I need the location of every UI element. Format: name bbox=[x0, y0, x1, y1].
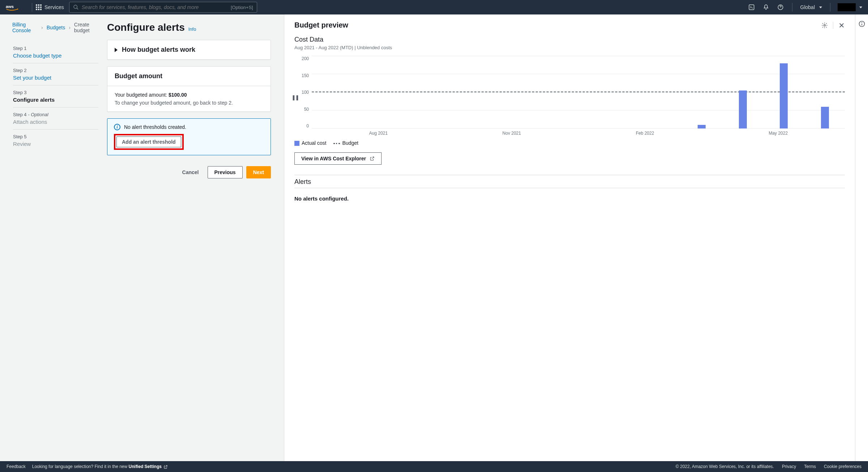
budget-preview-panel: Budget preview Cost Data Aug 2021 - Aug … bbox=[284, 14, 855, 461]
triangle-right-icon bbox=[115, 48, 118, 52]
no-thresholds-text: No alert thresholds created. bbox=[124, 124, 186, 130]
svg-point-5 bbox=[824, 24, 826, 26]
previous-button[interactable]: Previous bbox=[208, 166, 243, 178]
step-label: Step 3 bbox=[13, 90, 98, 95]
search-icon bbox=[73, 4, 79, 10]
topnav-right: Global bbox=[745, 1, 862, 14]
how-alerts-work-title: How budget alerts work bbox=[122, 46, 195, 54]
chart-collapse-icon[interactable]: ❚❚ bbox=[292, 94, 299, 100]
legend-budget-label: Budget bbox=[342, 140, 358, 146]
help-icon[interactable] bbox=[774, 1, 787, 14]
external-link-icon bbox=[370, 156, 375, 161]
breadcrumb-billing[interactable]: Billing Console bbox=[12, 22, 38, 33]
cost-data-title: Cost Data bbox=[294, 36, 845, 43]
no-thresholds-alert: i No alert thresholds created. Add an al… bbox=[107, 118, 271, 155]
budgeted-label: Your budgeted amount: bbox=[115, 92, 169, 98]
cancel-button[interactable]: Cancel bbox=[177, 167, 204, 178]
caret-down-icon bbox=[859, 7, 862, 8]
info-panel-toggle[interactable] bbox=[855, 14, 868, 461]
page-body: Billing Console › Budgets › Create budge… bbox=[0, 14, 868, 461]
account-menu[interactable] bbox=[838, 3, 856, 11]
red-highlight: Add an alert threshold bbox=[114, 134, 184, 150]
preview-title: Budget preview bbox=[294, 21, 348, 29]
add-alert-threshold-button[interactable]: Add an alert threshold bbox=[116, 136, 181, 147]
close-icon[interactable] bbox=[838, 22, 845, 29]
svg-point-10 bbox=[861, 22, 862, 23]
step-disabled-attach-actions: Attach actions bbox=[13, 119, 98, 125]
notifications-icon[interactable] bbox=[760, 1, 773, 14]
chart-legend: Actual cost Budget bbox=[294, 140, 845, 146]
caret-down-icon bbox=[819, 7, 822, 8]
view-cost-explorer-button[interactable]: View in AWS Cost Explorer bbox=[294, 152, 382, 165]
top-nav: aws Services [Option+S] Global bbox=[0, 0, 868, 14]
page-title: Configure alerts Info bbox=[107, 22, 271, 33]
svg-text:aws: aws bbox=[6, 4, 14, 9]
legend-actual-label: Actual cost bbox=[302, 140, 326, 146]
services-label: Services bbox=[44, 4, 64, 10]
main-content: Configure alerts Info How budget alerts … bbox=[107, 22, 271, 454]
nav-divider bbox=[792, 3, 792, 12]
cost-data-meta: Aug 2021 - Aug 2022 (MTD) | Unblended co… bbox=[294, 45, 845, 50]
budgeted-value: $100.00 bbox=[169, 92, 187, 98]
step-label: Step 4 - Optional bbox=[13, 112, 98, 117]
divider bbox=[833, 22, 833, 29]
region-label: Global bbox=[800, 4, 815, 10]
breadcrumb-current: Create budget bbox=[74, 22, 98, 33]
step-4: Step 4 - Optional Attach actions bbox=[13, 108, 98, 130]
step-link-set-budget[interactable]: Set your budget bbox=[13, 75, 98, 81]
chevron-right-icon: › bbox=[41, 25, 43, 30]
services-grid-icon bbox=[36, 4, 42, 10]
left-column: Billing Console › Budgets › Create budge… bbox=[0, 14, 284, 461]
search-shortcut: [Option+S] bbox=[231, 5, 253, 10]
expand-how-alerts-work[interactable]: How budget alerts work bbox=[107, 40, 271, 59]
how-alerts-work-panel: How budget alerts work bbox=[107, 40, 271, 60]
no-alerts-text: No alerts configured. bbox=[294, 195, 845, 202]
cost-chart: ❚❚ 200150100500 Aug 2021Nov 2021Feb 2022… bbox=[300, 56, 845, 136]
legend-swatch-actual bbox=[294, 141, 299, 146]
services-button[interactable]: Services bbox=[36, 4, 64, 10]
steps-sidebar: Billing Console › Budgets › Create budge… bbox=[13, 22, 107, 454]
form-actions: Cancel Previous Next bbox=[107, 166, 271, 178]
breadcrumb: Billing Console › Budgets › Create budge… bbox=[12, 22, 98, 33]
step-label: Step 1 bbox=[13, 46, 98, 51]
search-input[interactable] bbox=[82, 4, 231, 10]
region-selector[interactable]: Global bbox=[797, 4, 825, 10]
step-current-configure-alerts: Configure alerts bbox=[13, 97, 98, 103]
step-link-choose-type[interactable]: Choose budget type bbox=[13, 52, 98, 59]
svg-line-2 bbox=[77, 8, 78, 9]
aws-logo[interactable]: aws bbox=[6, 4, 24, 11]
budget-amount-panel: Budget amount Your budgeted amount: $100… bbox=[107, 66, 271, 112]
step-disabled-review: Review bbox=[13, 141, 98, 147]
chevron-right-icon: › bbox=[69, 25, 71, 30]
budget-amount-body: Your budgeted amount: $100.00 To change … bbox=[107, 86, 271, 111]
nav-divider bbox=[830, 3, 830, 12]
step-1: Step 1 Choose budget type bbox=[13, 41, 98, 63]
gear-icon[interactable] bbox=[821, 22, 828, 29]
divider bbox=[294, 188, 845, 188]
step-label: Step 5 bbox=[13, 134, 98, 139]
search-box[interactable]: [Option+S] bbox=[69, 2, 257, 13]
cloudshell-icon[interactable] bbox=[745, 1, 758, 14]
nav-divider bbox=[32, 3, 32, 12]
budget-amount-subtext: To change your budgeted amount, go back … bbox=[115, 100, 263, 106]
alerts-heading: Alerts bbox=[294, 178, 845, 186]
info-link[interactable]: Info bbox=[188, 26, 196, 32]
breadcrumb-budgets[interactable]: Budgets bbox=[47, 25, 65, 30]
svg-point-1 bbox=[74, 5, 77, 8]
next-button[interactable]: Next bbox=[246, 166, 271, 178]
step-5: Step 5 Review bbox=[13, 130, 98, 151]
step-2: Step 2 Set your budget bbox=[13, 63, 98, 85]
legend-dash-budget bbox=[333, 143, 340, 144]
alerts-section: Alerts No alerts configured. bbox=[294, 175, 845, 202]
step-3: Step 3 Configure alerts bbox=[13, 85, 98, 108]
info-icon: i bbox=[114, 124, 120, 130]
budget-amount-header: Budget amount bbox=[107, 67, 271, 86]
step-label: Step 2 bbox=[13, 68, 98, 73]
view-cost-explorer-label: View in AWS Cost Explorer bbox=[301, 156, 366, 161]
